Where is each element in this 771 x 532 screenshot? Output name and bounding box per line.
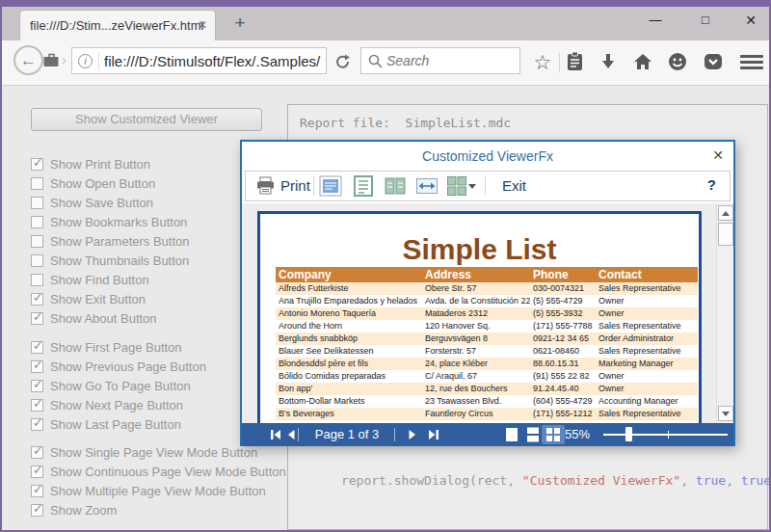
checkbox[interactable] [31, 197, 43, 209]
check-mark-icon: ✓ [33, 443, 43, 458]
exit-button[interactable]: Exit [502, 177, 526, 194]
downloads-icon[interactable] [596, 50, 621, 75]
table-row: Bólido Comidas preparadasC/ Araquil, 67(… [276, 370, 698, 383]
address-cell: 23 Tsawassen Blvd. [422, 395, 530, 408]
table-row: Around the Horn120 Hanover Sq.(171) 555-… [276, 320, 698, 332]
checkbox[interactable]: ✓ [31, 293, 43, 306]
table-row: Alfreds FutterkisteObere Str. 57030-0074… [276, 282, 698, 295]
print-button[interactable]: Print [280, 177, 310, 194]
checkbox[interactable]: ✓ [31, 380, 43, 392]
table-row: Blauer See DelikatessenForsterstr. 57062… [276, 345, 698, 358]
zoom-slider-thumb[interactable] [625, 427, 632, 441]
single-page-view-button[interactable] [319, 175, 342, 197]
navigation-toolbar: ← › i file:///D:/Stimulsoft/Flex/.Sample… [2, 40, 769, 86]
maximize-button[interactable]: □ [694, 10, 717, 31]
checkbox-label: Show Next Page Button [50, 398, 183, 412]
page-width-zoom-button[interactable] [415, 175, 439, 197]
scrollbar-thumb[interactable] [718, 223, 733, 246]
report-file-line: Report file: SimpleList.mdc [300, 116, 511, 130]
next-page-button[interactable] [404, 426, 421, 443]
report-page[interactable]: Simple List CompanyAddressPhoneContact A… [257, 211, 702, 423]
vertical-scrollbar[interactable] [716, 203, 733, 423]
checkbox[interactable]: ✓ [31, 418, 43, 431]
checkbox[interactable]: ✓ [31, 466, 43, 478]
company-cell: B's Beverages [276, 408, 422, 420]
back-button[interactable]: ← [13, 45, 43, 75]
dialog-close-icon[interactable]: ✕ [712, 147, 724, 163]
bookmark-star-icon[interactable]: ☆ [530, 50, 555, 75]
scrollbar-up-button[interactable] [718, 205, 733, 221]
browser-tab[interactable]: file:///D:/Stim...zeViewerFx.html ✕ [19, 10, 216, 40]
search-box[interactable] [360, 47, 520, 74]
company-cell: Bottom-Dollar Markets [276, 395, 422, 408]
search-input[interactable] [386, 52, 512, 69]
tab-close-icon[interactable]: ✕ [198, 18, 207, 32]
address-cell: Mataderos 2312 [422, 307, 530, 320]
feedback-smiley-icon[interactable] [665, 50, 690, 75]
show-customized-viewer-button[interactable]: Show Customized Viewer [31, 108, 262, 131]
checkbox-label: Show Find Button [50, 273, 149, 287]
column-header: Company [276, 267, 422, 282]
checkbox[interactable] [31, 177, 43, 190]
contact-cell: Sales Representative [596, 408, 695, 420]
table-header: CompanyAddressPhoneContact [276, 267, 698, 282]
last-page-button[interactable] [425, 426, 442, 443]
checkbox[interactable] [31, 216, 43, 228]
check-mark-icon: ✓ [33, 338, 43, 353]
phone-cell: (171) 555-7788 [530, 320, 596, 332]
checkbox[interactable] [31, 254, 43, 267]
checkbox[interactable]: ✓ [31, 485, 43, 497]
check-mark-icon: ✓ [33, 155, 43, 170]
info-icon[interactable]: i [78, 54, 93, 68]
report-viewport[interactable]: Simple List CompanyAddressPhoneContact A… [242, 203, 716, 423]
company-cell: Around the Horn [276, 320, 422, 332]
column-header: Address [422, 267, 530, 282]
page-indicator: Page 1 of 3 [304, 427, 390, 441]
checkbox[interactable]: ✓ [31, 158, 43, 171]
phone-cell: (604) 555-4729 [530, 395, 596, 408]
minimize-button[interactable]: — [644, 10, 667, 31]
checkbox[interactable] [31, 235, 43, 248]
column-header: Phone [530, 267, 596, 282]
checkbox[interactable]: ✓ [31, 504, 43, 517]
reading-list-icon[interactable] [562, 50, 587, 75]
checkbox[interactable]: ✓ [31, 341, 43, 354]
multiple-page-mode-button[interactable] [542, 425, 565, 444]
check-mark-icon: ✓ [33, 309, 43, 324]
single-page-mode-button[interactable] [500, 425, 523, 444]
code-segment: "Customized ViewerFx" [522, 473, 680, 488]
address-cell: Avda. de la Constitución 2222 [422, 295, 530, 307]
checkbox-label: Show Print Button [50, 157, 150, 172]
toolbar-separator [313, 176, 314, 196]
checkbox[interactable]: ✓ [31, 399, 43, 412]
url-text[interactable]: file:///D:/Stimulsoft/Flex/.Samples/ [104, 53, 320, 69]
menu-button[interactable] [740, 55, 763, 80]
check-mark-icon: ✓ [33, 396, 43, 411]
url-bar[interactable]: i file:///D:/Stimulsoft/Flex/.Samples/ [71, 47, 327, 74]
new-tab-button[interactable]: + [227, 13, 253, 34]
phone-cell: (5) 555-3932 [530, 307, 596, 320]
checkbox[interactable]: ✓ [31, 312, 43, 325]
checkbox[interactable] [31, 274, 43, 286]
dropdown-caret-icon[interactable] [468, 184, 476, 189]
printer-icon[interactable] [255, 175, 276, 200]
continuous-view-button[interactable] [352, 175, 375, 197]
zoom-slider[interactable] [603, 434, 728, 436]
checkbox[interactable]: ✓ [31, 360, 43, 373]
table-row: B's BeveragesFauntleroy Circus(171) 555-… [276, 408, 698, 420]
address-cell: Forsterstr. 57 [422, 345, 530, 358]
checkbox[interactable]: ✓ [31, 446, 43, 459]
reload-icon[interactable] [333, 53, 351, 74]
close-button[interactable]: ✕ [739, 10, 762, 31]
multiple-page-view-button[interactable] [384, 175, 407, 197]
help-button[interactable]: ? [707, 176, 716, 193]
home-icon[interactable] [630, 50, 655, 75]
briefcase-icon[interactable] [42, 53, 60, 72]
toolbar-separator [485, 176, 486, 196]
dialog-titlebar[interactable]: Customized ViewerFx ✕ [242, 142, 733, 171]
scrollbar-down-button[interactable] [718, 406, 733, 421]
address-cell: 12, rue des Bouchers [422, 383, 530, 395]
pocket-icon[interactable] [701, 50, 726, 75]
page-layout-grid-button[interactable] [445, 175, 468, 197]
dialog-toolbar: Print Exit [245, 171, 731, 201]
